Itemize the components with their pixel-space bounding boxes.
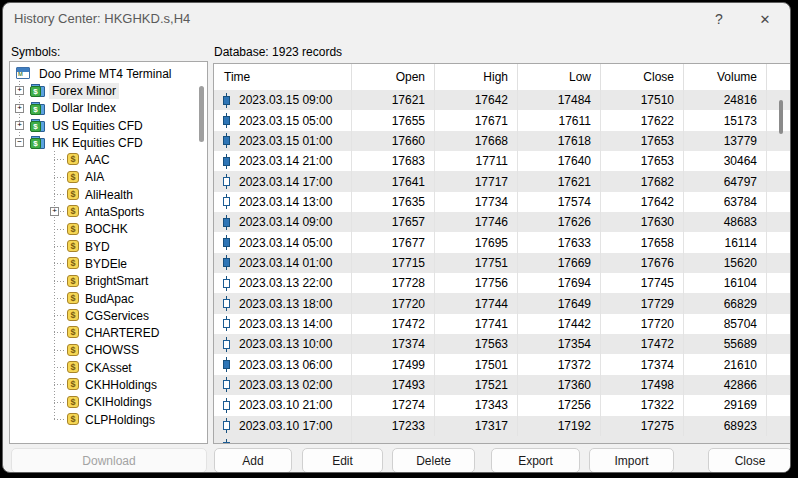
- tree-item-clpholdings[interactable]: $CLPHoldings: [10, 411, 207, 428]
- tree-item-label[interactable]: BrightSmart: [82, 273, 151, 289]
- close-icon[interactable]: ✕: [752, 7, 778, 31]
- tree-item-aac[interactable]: $AAC: [10, 151, 207, 168]
- cell-time: 2023.03.13 06:00: [214, 354, 352, 374]
- add-button[interactable]: Add: [214, 448, 292, 473]
- tree-item-label[interactable]: Forex Minor: [49, 83, 119, 99]
- table-row[interactable]: 2023.03.14 17:00176411771717621176826479…: [214, 171, 791, 191]
- tree-item-label[interactable]: HK Equities CFD: [49, 135, 146, 151]
- tree-item-ckiholdings[interactable]: $CKIHoldings: [10, 394, 207, 411]
- bearish-candle-icon: [222, 133, 231, 148]
- tree-scrollbar-thumb[interactable]: [199, 86, 204, 142]
- tree-item-bochk[interactable]: $BOCHK: [10, 221, 207, 238]
- tree-item-bydele[interactable]: $BYDEle: [10, 255, 207, 272]
- tree-item-chartered[interactable]: $CHARTERED: [10, 324, 207, 341]
- tree-item-label[interactable]: AIA: [82, 169, 107, 185]
- cell-volume: 55689: [684, 334, 767, 354]
- expand-icon[interactable]: +: [15, 86, 24, 95]
- table-row[interactable]: 2023.03.15 01:00176601766817618176531377…: [214, 131, 791, 151]
- cell-open: 17374: [352, 334, 435, 354]
- table-row[interactable]: 2023.03.10 17:00172331731717192172756892…: [214, 416, 791, 436]
- column-header-low[interactable]: Low: [518, 64, 601, 90]
- cell-time-text: 2023.03.14 01:00: [239, 256, 332, 270]
- table-row[interactable]: 2023.03.13 10:00173741756317354174725568…: [214, 334, 791, 354]
- tree-item-alihealth[interactable]: $AliHealth: [10, 186, 207, 203]
- table-row[interactable]: 2023.03.15 05:00176551767117611176221517…: [214, 110, 791, 130]
- cell-volume: 13779: [684, 131, 767, 151]
- table-row[interactable]: 2023.03.15 09:00176211764217484175102481…: [214, 90, 791, 110]
- column-header-volume[interactable]: Volume: [684, 64, 767, 90]
- column-header-high[interactable]: High: [435, 64, 518, 90]
- expand-icon[interactable]: +: [15, 121, 24, 130]
- table-row[interactable]: 2023.03.14 09:00176571774617626176304868…: [214, 212, 791, 232]
- symbols-tree-panel: Doo Prime MT4 Terminal+Forex Minor+Dolla…: [9, 61, 208, 444]
- tree-item-brightsmart[interactable]: $BrightSmart: [10, 273, 207, 290]
- tree-item-cgservices[interactable]: $CGServices: [10, 307, 207, 324]
- table-row[interactable]: 2023.03.14 01:00177151775117669176761562…: [214, 253, 791, 273]
- table-row[interactable]: 2023.03.13 22:00177281775617694177451610…: [214, 273, 791, 293]
- tree-item-label[interactable]: BudApac: [82, 291, 137, 307]
- table-row[interactable]: 2023.03.13 14:00174721774117442177208570…: [214, 314, 791, 334]
- tree-item-label[interactable]: Dollar Index: [49, 100, 119, 116]
- tree-item-label[interactable]: CKIHoldings: [82, 394, 155, 410]
- tree-item-label[interactable]: CHOWSS: [82, 342, 142, 358]
- tree-item-label[interactable]: BYD: [82, 239, 113, 255]
- tree-connector: [54, 332, 65, 333]
- tree-item-label[interactable]: BOCHK: [82, 221, 131, 237]
- bullish-candle-icon: [222, 296, 231, 311]
- table-row[interactable]: 2023.03.13 02:00174931752117360174984286…: [214, 375, 791, 395]
- import-button[interactable]: Import: [589, 448, 674, 473]
- database-records-label: Database: 1923 records: [214, 45, 342, 59]
- expand-icon[interactable]: +: [15, 104, 24, 113]
- cell-time: 2023.03.15 01:00: [214, 131, 352, 151]
- symbol-coin-icon: $: [67, 361, 79, 373]
- tree-item-label[interactable]: AntaSports: [82, 204, 147, 220]
- tree-item-antasports[interactable]: +$AntaSports: [10, 203, 207, 220]
- tree-item-doo-prime-mt4-terminal[interactable]: Doo Prime MT4 Terminal: [10, 65, 207, 82]
- tree-item-aia[interactable]: $AIA: [10, 169, 207, 186]
- bearish-candle-icon: [222, 154, 231, 169]
- table-scrollbar-thumb[interactable]: [779, 100, 783, 134]
- tree-item-ckhholdings[interactable]: $CKHHoldings: [10, 376, 207, 393]
- tree-item-ckasset[interactable]: $CKAsset: [10, 359, 207, 376]
- export-button[interactable]: Export: [491, 448, 580, 473]
- delete-button[interactable]: Delete: [392, 448, 475, 473]
- column-header-time[interactable]: Time: [214, 64, 352, 90]
- edit-button[interactable]: Edit: [302, 448, 383, 473]
- column-header-close[interactable]: Close: [601, 64, 684, 90]
- tree-item-label[interactable]: CKHHoldings: [82, 377, 160, 393]
- tree-item-chowss[interactable]: $CHOWSS: [10, 342, 207, 359]
- tree-item-label[interactable]: AAC: [82, 152, 113, 168]
- cell-high: 17317: [435, 416, 518, 436]
- tree-item-label[interactable]: CHARTERED: [82, 325, 162, 341]
- tree-item-budapac[interactable]: $BudApac: [10, 290, 207, 307]
- tree-item-hk-equities-cfd[interactable]: −HK Equities CFD: [10, 134, 207, 151]
- table-row[interactable]: 2023.03.10 21:00172741734317256173222916…: [214, 395, 791, 415]
- tree-item-label[interactable]: AliHealth: [82, 187, 136, 203]
- table-row[interactable]: 2023.03.13 06:00174991750117372173742161…: [214, 354, 791, 374]
- cell-close: 17630: [601, 212, 684, 232]
- expand-icon[interactable]: +: [50, 207, 59, 216]
- symbols-label: Symbols:: [11, 45, 60, 59]
- table-row[interactable]: 2023.03.14 13:00176351773417574176426378…: [214, 192, 791, 212]
- collapse-icon[interactable]: −: [15, 138, 24, 147]
- tree-item-label[interactable]: BYDEle: [82, 256, 130, 272]
- titlebar[interactable]: History Center: HKGHKD.s,H4 ? ✕: [3, 3, 790, 35]
- cell-low: 17354: [518, 334, 601, 354]
- table-row[interactable]: 2023.03.14 21:00176831771117640176533046…: [214, 151, 791, 171]
- tree-item-byd[interactable]: $BYD: [10, 238, 207, 255]
- column-header-open[interactable]: Open: [352, 64, 435, 90]
- tree-item-label[interactable]: CKAsset: [82, 360, 135, 376]
- table-row[interactable]: 2023.03.13 18:00177201774417649177296682…: [214, 293, 791, 313]
- close-button[interactable]: Close: [708, 448, 791, 473]
- bullish-candle-icon: [222, 418, 231, 433]
- tree-item-label[interactable]: CGServices: [82, 308, 152, 324]
- tree-item-us-equities-cfd[interactable]: +US Equities CFD: [10, 117, 207, 134]
- table-row[interactable]: 2023.03.14 05:00176771769517633176581611…: [214, 232, 791, 252]
- tree-item-label[interactable]: US Equities CFD: [49, 118, 146, 134]
- help-icon[interactable]: ?: [706, 7, 732, 31]
- tree-item-dollar-index[interactable]: +Dollar Index: [10, 100, 207, 117]
- tree-item-label[interactable]: CLPHoldings: [82, 412, 158, 428]
- bullish-candle-icon: [222, 174, 231, 189]
- tree-item-forex-minor[interactable]: +Forex Minor: [10, 82, 207, 99]
- tree-item-label[interactable]: Doo Prime MT4 Terminal: [36, 66, 174, 82]
